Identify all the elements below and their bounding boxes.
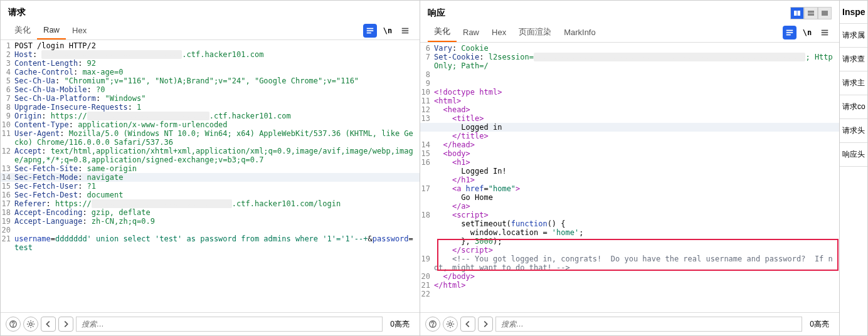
code-line[interactable]: </script> xyxy=(420,246,839,255)
inspector-panel: Inspe 请求属请求查请求主请求co请求头响应头 xyxy=(840,1,867,335)
svg-rect-18 xyxy=(822,32,828,33)
inspector-title: Inspe xyxy=(840,1,867,24)
code-line[interactable]: 11<html> xyxy=(420,97,839,105)
help-icon[interactable] xyxy=(6,317,21,332)
code-line[interactable]: 16 <h1> xyxy=(420,158,839,167)
inspector-tab[interactable]: 请求主 xyxy=(840,71,867,95)
code-line[interactable]: 10Content-Type: application/x-www-form-u… xyxy=(1,120,420,129)
prev-match-icon[interactable] xyxy=(41,317,56,332)
newline-icon[interactable]: \n xyxy=(381,24,394,38)
tab-beautify[interactable]: 美化 xyxy=(8,22,37,39)
code-line[interactable]: </title> xyxy=(420,132,839,140)
svg-rect-9 xyxy=(794,11,797,16)
code-line[interactable]: 20 </body> xyxy=(420,272,839,281)
tab-markinfo[interactable]: MarkInfo xyxy=(558,25,602,41)
code-line[interactable]: 3Content-Length: 92 xyxy=(1,59,420,68)
wrap-toggle-icon[interactable] xyxy=(363,24,377,38)
code-line[interactable]: 21</html> xyxy=(420,281,839,290)
code-line[interactable]: </h1> xyxy=(420,176,839,184)
inspector-tab[interactable]: 请求查 xyxy=(840,48,867,71)
svg-rect-2 xyxy=(367,33,371,34)
code-line[interactable]: 11User-Agent: Mozilla/5.0 (Windows NT 10… xyxy=(1,129,420,147)
code-line[interactable]: 22 xyxy=(420,290,839,298)
code-line[interactable]: 10<!doctype html> xyxy=(420,88,839,97)
view-stack-icon[interactable] xyxy=(804,7,818,19)
code-line[interactable]: 16Sec-Fetch-Dest: document xyxy=(1,191,420,199)
svg-rect-17 xyxy=(822,30,828,31)
settings-icon[interactable] xyxy=(443,317,458,332)
code-line[interactable]: 13 <title> xyxy=(420,114,839,123)
inspector-tab[interactable]: 响应头 xyxy=(840,143,867,167)
code-line[interactable]: 15 <body> xyxy=(420,149,839,158)
svg-rect-16 xyxy=(786,34,791,36)
code-line[interactable]: 12 <head> xyxy=(420,105,839,114)
code-line[interactable]: 17Referer: https://xxxxxxxxxxxxxxxxxxxxx… xyxy=(1,199,420,208)
code-line[interactable]: 21username=ddddddd' union select 'test' … xyxy=(1,234,420,252)
code-line[interactable]: window.location = 'home'; xyxy=(420,228,839,237)
tab-hex[interactable]: Hex xyxy=(485,25,512,41)
code-line[interactable]: 19 <!-- You got logged in, congrats! Do … xyxy=(420,255,839,272)
code-line[interactable]: 13Sec-Fetch-Site: same-origin xyxy=(1,164,420,173)
code-line[interactable]: 15Sec-Fetch-User: ?1 xyxy=(1,182,420,191)
menu-icon[interactable] xyxy=(818,26,832,39)
code-line[interactable]: Logged In! xyxy=(420,167,839,176)
svg-rect-5 xyxy=(402,33,409,34)
code-line[interactable]: 2Host: xxxxxxxxxxxxxxxxxxxxxxxxxxxxxxx.c… xyxy=(1,50,420,59)
newline-icon[interactable]: \n xyxy=(800,26,814,39)
code-line[interactable]: 12Accept: text/html,application/xhtml+xm… xyxy=(1,147,420,164)
code-line[interactable]: 17 <a href="home"> xyxy=(420,184,839,193)
request-search-input[interactable] xyxy=(76,317,383,332)
code-line[interactable]: 1POST /login HTTP/2 xyxy=(1,41,420,50)
svg-rect-1 xyxy=(367,30,374,31)
code-line[interactable]: 14 </head> xyxy=(420,140,839,149)
inspector-tab[interactable]: 请求头 xyxy=(840,119,867,143)
tab-hex[interactable]: Hex xyxy=(66,23,93,39)
code-line[interactable]: 18Accept-Encoding: gzip, deflate xyxy=(1,208,420,217)
wrap-toggle-icon[interactable] xyxy=(783,26,797,39)
inspector-tab[interactable]: 请求co xyxy=(840,95,867,119)
tab-raw[interactable]: Raw xyxy=(37,23,66,39)
code-line[interactable]: Logged in xyxy=(420,123,839,132)
menu-icon[interactable] xyxy=(398,24,412,38)
tab-render[interactable]: 页面渲染 xyxy=(512,24,558,41)
code-line[interactable]: </a> xyxy=(420,202,839,211)
tab-beautify[interactable]: 美化 xyxy=(428,23,457,42)
view-single-icon[interactable] xyxy=(818,7,832,19)
code-line[interactable]: }, 3000); xyxy=(420,237,839,246)
code-line[interactable]: 8Upgrade-Insecure-Requests: 1 xyxy=(1,103,420,112)
code-line[interactable]: 19Accept-Language: zh-CN,zh;q=0.9 xyxy=(1,217,420,226)
code-line[interactable]: 5Sec-Ch-Ua: "Chromium";v="116", "Not)A;B… xyxy=(1,76,420,85)
code-line[interactable]: 14Sec-Fetch-Mode: navigate xyxy=(1,173,420,182)
request-title: 请求 xyxy=(8,7,26,18)
code-line[interactable]: setTimeout(function() { xyxy=(420,219,839,228)
tab-raw[interactable]: Raw xyxy=(457,25,485,41)
request-panel: 请求 美化 Raw Hex \n 1POST /login HTTP/22Hos… xyxy=(1,1,420,335)
code-line[interactable]: 7Set-Cookie: l2session=xxxxxxxxxxxxxxxxx… xyxy=(420,53,839,70)
settings-icon[interactable] xyxy=(23,317,38,332)
svg-rect-0 xyxy=(367,28,374,29)
view-split-icon[interactable] xyxy=(790,7,804,19)
next-match-icon[interactable] xyxy=(58,317,73,332)
code-line[interactable]: 6Vary: Cookie xyxy=(420,44,839,53)
next-match-icon[interactable] xyxy=(478,317,493,332)
inspector-tab[interactable]: 请求属 xyxy=(840,24,867,48)
response-title: 响应 xyxy=(428,8,445,19)
response-code-area[interactable]: 6Vary: Cookie7Set-Cookie: l2session=xxxx… xyxy=(420,43,839,312)
code-line[interactable]: 7Sec-Ch-Ua-Platform: "Windows" xyxy=(1,94,420,103)
prev-match-icon[interactable] xyxy=(460,317,475,332)
code-line[interactable]: 9Origin: https://xxxxxxxxxxxxxxxxxxxxxxx… xyxy=(1,112,420,120)
code-line[interactable]: 8 xyxy=(420,70,839,79)
code-line[interactable]: 4Cache-Control: max-age=0 xyxy=(1,68,420,76)
code-line[interactable]: 20 xyxy=(1,226,420,234)
code-line[interactable]: Go Home xyxy=(420,193,839,202)
request-code-area[interactable]: 1POST /login HTTP/22Host: xxxxxxxxxxxxxx… xyxy=(1,40,420,312)
request-footer: 0高亮 xyxy=(1,312,420,335)
view-mode-toggle xyxy=(790,7,832,19)
response-search-input[interactable] xyxy=(495,317,802,332)
code-line[interactable]: 9 xyxy=(420,79,839,88)
response-footer: 0高亮 xyxy=(420,312,839,335)
code-line[interactable]: 18 <script> xyxy=(420,211,839,219)
code-line[interactable]: 6Sec-Ch-Ua-Mobile: ?0 xyxy=(1,85,420,94)
svg-point-22 xyxy=(449,323,452,325)
help-icon[interactable] xyxy=(425,317,440,332)
